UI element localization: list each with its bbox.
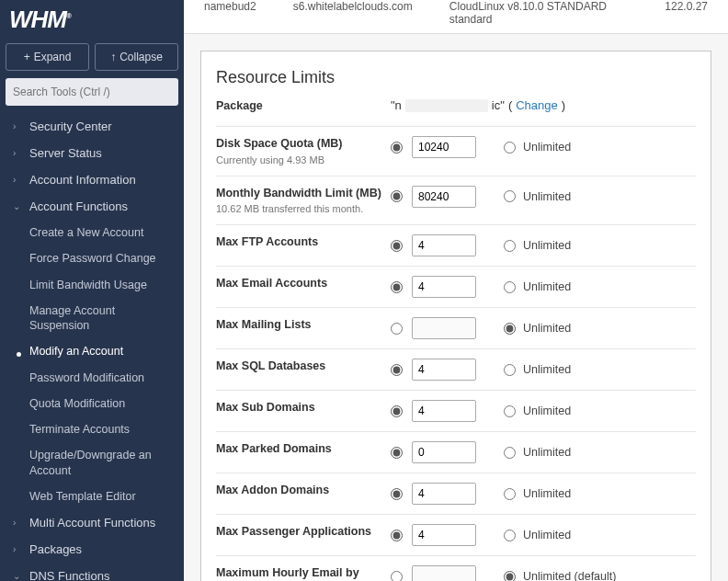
nav-item[interactable]: ›Packages <box>0 536 184 563</box>
limit-row: Max SQL DatabasesUnlimited <box>216 348 696 390</box>
nav: ›Security Center›Server Status›Account I… <box>0 113 184 581</box>
limit-row: Max Addon DomainsUnlimited <box>216 473 696 514</box>
unlimited-label: Unlimited <box>523 190 571 203</box>
limit-value-radio[interactable] <box>391 571 403 581</box>
limit-unlimited-radio[interactable] <box>504 142 516 154</box>
limit-value-radio[interactable] <box>391 240 403 252</box>
limit-value-input[interactable] <box>412 317 476 339</box>
package-value-suffix: ic" <box>492 98 505 112</box>
nav-item[interactable]: ›Multi Account Functions <box>0 509 184 536</box>
limit-unlimited-radio[interactable] <box>504 240 516 252</box>
nav-sub-item[interactable]: Upgrade/Downgrade an Account <box>0 442 184 484</box>
chevron-down-icon: ⌄ <box>13 571 22 581</box>
nav-item[interactable]: ⌄Account Functions <box>0 193 184 220</box>
unlimited-label: Unlimited <box>523 141 571 154</box>
package-label: Package <box>216 98 391 113</box>
nav-sub-item[interactable]: Create a New Account <box>0 220 184 245</box>
unlimited-label: Unlimited <box>523 487 571 500</box>
limit-value-input[interactable] <box>412 359 476 381</box>
limit-row: Max Mailing ListsUnlimited <box>216 307 696 348</box>
limit-value-input[interactable] <box>412 276 476 298</box>
package-value-masked <box>405 99 488 112</box>
nav-sub-item[interactable]: Limit Bandwidth Usage <box>0 272 184 298</box>
unlimited-label: Unlimited <box>523 529 571 541</box>
limit-label: Max Email Accounts <box>216 276 391 290</box>
limit-value-radio[interactable] <box>391 281 403 293</box>
limit-unlimited-radio[interactable] <box>504 571 516 581</box>
collapse-button[interactable]: ↑Collapse <box>95 43 178 71</box>
limit-value-input[interactable] <box>412 565 476 581</box>
nav-item[interactable]: ›Account Information <box>0 166 184 193</box>
limit-label: Max Parked Domains <box>216 441 391 456</box>
resource-limits-panel: Resource Limits Package "n ic" (Change) … <box>200 51 711 581</box>
nav-item[interactable]: ›Security Center <box>0 113 184 140</box>
nav-item-label: Account Information <box>29 173 136 187</box>
limit-value-radio[interactable] <box>391 530 403 541</box>
nav-item-label: Multi Account Functions <box>29 516 155 530</box>
limit-row: Disk Space Quota (MB)Currently using 4.9… <box>216 126 696 176</box>
nav-sub-item[interactable]: Force Password Change <box>0 245 184 271</box>
nav-sub-item[interactable]: Modify an Account <box>0 338 184 364</box>
expand-button[interactable]: +Expand <box>6 43 89 71</box>
limit-label: Max Mailing Lists <box>216 317 391 332</box>
nav-sub-item[interactable]: Web Template Editor <box>0 484 184 509</box>
limit-value-input[interactable] <box>412 186 476 208</box>
search-input[interactable] <box>6 78 178 106</box>
header-hostname: s6.whitelabelclouds.com <box>293 0 413 13</box>
nav-item-label: Account Functions <box>29 199 128 213</box>
unlimited-label: Unlimited <box>523 446 571 459</box>
chevron-down-icon: ⌄ <box>13 201 22 211</box>
limit-value-input[interactable] <box>412 234 476 256</box>
chevron-right-icon: › <box>13 175 22 185</box>
limit-row: Monthly Bandwidth Limit (MB)10.62 MB tra… <box>216 176 696 225</box>
unlimited-label: Unlimited <box>523 322 571 335</box>
nav-item-label: Packages <box>29 542 82 556</box>
package-row: Package "n ic" (Change) <box>216 95 696 126</box>
limit-unlimited-radio[interactable] <box>504 323 516 335</box>
limit-label: Max SQL Databases <box>216 359 391 373</box>
limit-unlimited-radio[interactable] <box>504 405 516 417</box>
limit-unlimited-radio[interactable] <box>504 530 516 541</box>
limit-unlimited-radio[interactable] <box>504 488 516 500</box>
limit-unlimited-radio[interactable] <box>504 281 516 293</box>
nav-item-label: Server Status <box>29 146 102 160</box>
limit-label: Max FTP Accounts <box>216 234 391 249</box>
limit-value-input[interactable] <box>412 483 476 505</box>
limit-row: Max Email AccountsUnlimited <box>216 266 696 307</box>
limit-value-radio[interactable] <box>391 488 403 500</box>
package-value-prefix: "n <box>391 98 402 112</box>
limit-label: Max Passenger Applications <box>216 524 391 539</box>
change-link[interactable]: Change <box>516 98 558 112</box>
limit-value-input[interactable] <box>412 400 476 422</box>
nav-sub-item[interactable]: Terminate Accounts <box>0 416 184 442</box>
header: namebud2 s6.whitelabelclouds.com CloudLi… <box>184 0 728 34</box>
limit-label: Maximum Hourly Email by Domain Relayed <box>216 565 391 581</box>
nav-sub-item[interactable]: Quota Modification <box>0 391 184 416</box>
content: Resource Limits Package "n ic" (Change) … <box>184 34 728 581</box>
limit-value-input[interactable] <box>412 441 476 463</box>
nav-sub-item[interactable]: Manage Account Suspension <box>0 298 184 339</box>
chevron-right-icon: › <box>13 518 22 528</box>
limit-unlimited-radio[interactable] <box>504 190 516 202</box>
nav-item-label: DNS Functions <box>29 569 109 581</box>
limit-value-input[interactable] <box>412 136 476 158</box>
nav-item[interactable]: ⌄DNS Functions <box>0 563 184 581</box>
main: namebud2 s6.whitelabelclouds.com CloudLi… <box>184 0 728 581</box>
limit-value-radio[interactable] <box>391 447 403 459</box>
limit-value-input[interactable] <box>412 524 476 546</box>
header-version: 122.0.27 <box>665 0 708 13</box>
chevron-right-icon: › <box>13 121 22 131</box>
limit-sublabel: Currently using 4.93 MB <box>216 154 391 166</box>
nav-item[interactable]: ›Server Status <box>0 140 184 166</box>
nav-sub-item[interactable]: Password Modification <box>0 365 184 391</box>
limit-value-radio[interactable] <box>391 323 403 335</box>
limit-value-radio[interactable] <box>391 405 403 417</box>
limit-value-radio[interactable] <box>391 190 403 202</box>
limit-value-radio[interactable] <box>391 364 403 376</box>
limit-unlimited-radio[interactable] <box>504 364 516 376</box>
limit-label: Max Addon Domains <box>216 483 391 497</box>
limit-unlimited-radio[interactable] <box>504 447 516 459</box>
limit-value-radio[interactable] <box>391 142 403 154</box>
limit-row: Max FTP AccountsUnlimited <box>216 224 696 266</box>
limit-row: Maximum Hourly Email by Domain RelayedUn… <box>216 555 696 581</box>
